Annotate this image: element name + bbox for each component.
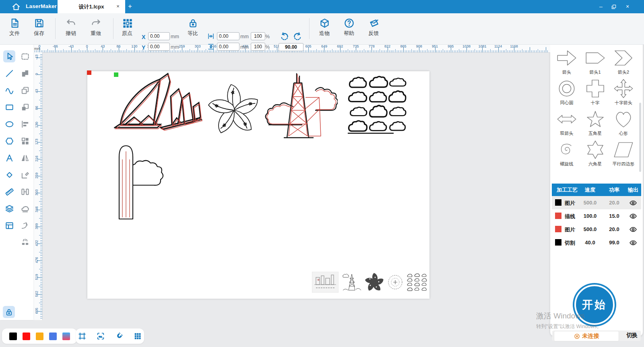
artboard-frame-icon[interactable]: [78, 332, 87, 341]
shape-item-parallelogram[interactable]: 平行四边形: [610, 139, 637, 167]
undo-button[interactable]: 撤销: [62, 17, 80, 37]
process-row-描线[interactable]: 描线100.015.0: [552, 209, 641, 223]
design-bauhinia-flower[interactable]: [204, 80, 265, 141]
window-minimize-button[interactable]: –: [597, 3, 605, 10]
x-label: X: [142, 34, 145, 40]
height-unit: mm: [240, 44, 249, 50]
mirror-tool[interactable]: [19, 152, 31, 164]
eye-icon[interactable]: [629, 199, 637, 207]
ellipse-tool[interactable]: [3, 118, 15, 130]
grid-toggle-icon[interactable]: [133, 332, 142, 341]
help-button[interactable]: 帮助: [340, 17, 358, 37]
weld-union-tool[interactable]: [19, 67, 31, 79]
node-edit-pen-tool[interactable]: [19, 169, 31, 181]
layout-table-tool[interactable]: [3, 219, 15, 231]
process-row-切割[interactable]: 切割40.099.0: [552, 236, 641, 249]
eye-icon[interactable]: [629, 239, 637, 247]
shape-item-arrow2[interactable]: 箭头2: [610, 48, 637, 75]
toolbar-separator: [113, 18, 114, 39]
x-input[interactable]: [148, 32, 170, 40]
select-tool[interactable]: [3, 50, 15, 62]
break-node-tool[interactable]: [19, 236, 31, 248]
process-row-图片[interactable]: 图片500.020.0: [552, 196, 641, 209]
rotate-cw-icon[interactable]: [292, 31, 303, 42]
layers-tool[interactable]: [3, 202, 15, 215]
shape-item-star6[interactable]: 六角星: [582, 139, 609, 167]
process-row-图片[interactable]: 图片500.020.0: [552, 223, 641, 236]
distribute-tool[interactable]: [19, 186, 31, 198]
origin-marker-red[interactable]: [87, 70, 91, 75]
design-cloud-grid[interactable]: [346, 74, 407, 135]
text-tool[interactable]: [3, 152, 15, 164]
line-tool[interactable]: [3, 67, 15, 79]
save-button[interactable]: 保存: [30, 17, 48, 37]
tab-close-icon[interactable]: ×: [115, 3, 121, 10]
width-arrow-icon: [207, 33, 215, 40]
new-tab-button[interactable]: +: [126, 2, 134, 11]
magnet-snap-icon[interactable]: [115, 332, 124, 341]
thumbnail-cloud-grid-small[interactable]: [407, 273, 428, 292]
switch-device-button[interactable]: 切换: [626, 332, 638, 339]
design-pillar-with-cloud[interactable]: [115, 142, 166, 221]
subtract-tool[interactable]: [19, 101, 31, 113]
shape-item-arrow1[interactable]: 箭头1: [582, 48, 609, 75]
color-swatch-gradient[interactable]: [62, 333, 70, 340]
marquee-select-tool[interactable]: [19, 50, 31, 62]
color-swatch-red[interactable]: [23, 333, 30, 340]
eraser-tool[interactable]: [3, 169, 15, 181]
thumbnail-round-emblem[interactable]: [386, 272, 405, 292]
color-swatch-blue[interactable]: [49, 333, 57, 340]
width-percent-input[interactable]: [251, 32, 265, 40]
duplicate-tool[interactable]: [19, 84, 31, 96]
height-percent-input[interactable]: [251, 43, 265, 51]
shape-grid-scrollbar[interactable]: [639, 103, 641, 172]
cloud-stamp-tool[interactable]: [19, 202, 31, 215]
design-sydney-opera-house[interactable]: [114, 71, 206, 133]
width-input[interactable]: [217, 32, 239, 40]
design-tower-with-clouds[interactable]: [263, 72, 338, 141]
thumbnail-tower-sketch[interactable]: [341, 273, 362, 292]
curve-tool[interactable]: [3, 84, 15, 96]
align-tool[interactable]: [19, 118, 31, 130]
shape-item-double-arrow[interactable]: 双箭头: [553, 109, 580, 136]
eye-icon[interactable]: [629, 212, 637, 220]
lock-tool-button[interactable]: [3, 306, 15, 318]
rectangle-tool[interactable]: [3, 101, 15, 113]
width-percent-sign: %: [265, 34, 270, 39]
measure-angle-tool[interactable]: [19, 219, 31, 231]
thumbnail-skyline-photo[interactable]: [312, 272, 339, 293]
shape-item-heart[interactable]: 心形: [610, 109, 637, 136]
window-close-button[interactable]: ×: [624, 3, 631, 10]
y-input[interactable]: [148, 43, 170, 51]
rotate-ccw-icon[interactable]: [279, 31, 290, 42]
shape-item-cross[interactable]: 十字: [582, 78, 609, 106]
eye-icon[interactable]: [629, 225, 637, 233]
create-button[interactable]: 造物: [315, 17, 334, 37]
ratio-lock-button[interactable]: 等比: [184, 17, 202, 37]
origin-button[interactable]: 原点: [118, 17, 136, 37]
shape-item-arrow[interactable]: 箭头: [553, 48, 580, 75]
auto-arrange-icon[interactable]: [96, 332, 105, 341]
color-swatch-black[interactable]: [9, 333, 17, 340]
window-restore-button[interactable]: [611, 4, 617, 10]
feedback-icon: [368, 18, 379, 29]
shape-item-star5[interactable]: 五角星: [582, 109, 609, 136]
color-swatch-orange[interactable]: [36, 333, 43, 340]
ruler-tool[interactable]: [3, 186, 15, 198]
shape-item-concentric[interactable]: 同心圆: [553, 78, 580, 106]
height-input[interactable]: [217, 43, 239, 51]
file-button[interactable]: 文件: [5, 17, 24, 37]
redo-button[interactable]: 重做: [87, 17, 105, 37]
shape-item-cross-arrow[interactable]: 十字箭头: [610, 78, 637, 106]
shape-item-spiral[interactable]: 螺旋线: [553, 139, 580, 167]
group-grid-tool[interactable]: [19, 135, 31, 147]
col-header: 功率: [604, 186, 624, 194]
start-button[interactable]: 开始: [574, 285, 615, 325]
feedback-button[interactable]: 反馈: [364, 17, 383, 37]
home-icon[interactable]: [11, 2, 21, 12]
rotate-input[interactable]: [279, 43, 303, 51]
polygon-tool[interactable]: [3, 135, 15, 147]
thumbnail-bauhinia-solid[interactable]: [364, 272, 384, 292]
connection-status[interactable]: 未连接: [554, 331, 619, 341]
selection-marker-green[interactable]: [114, 72, 118, 77]
